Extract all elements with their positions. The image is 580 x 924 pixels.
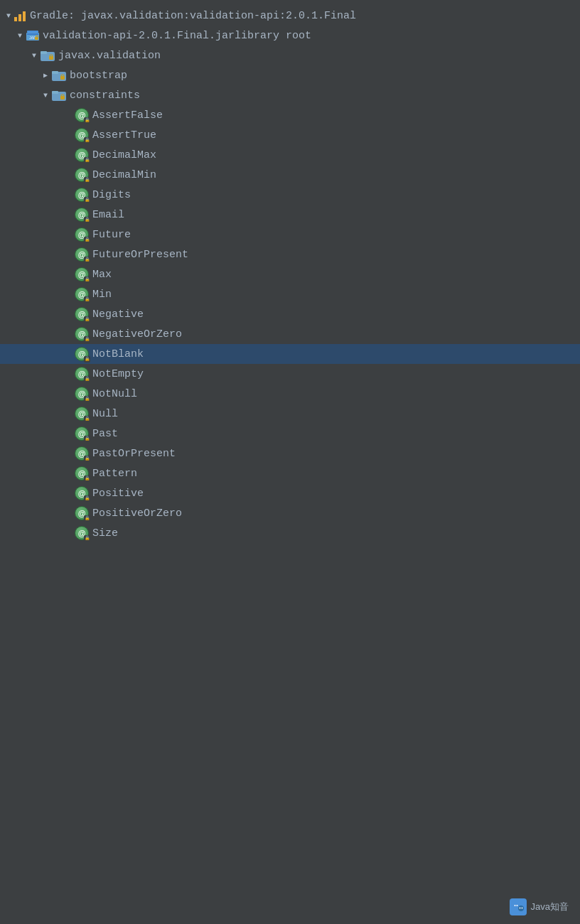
annotation-item-pattern[interactable]: @ Pattern [0, 463, 580, 483]
annotation-item-notblank[interactable]: @ NotBlank [0, 344, 580, 364]
annotation-label: Digits [92, 189, 131, 201]
watermark-logo [510, 898, 527, 915]
svg-point-17 [516, 905, 517, 906]
annotation-icon: @ [74, 247, 90, 262]
annotation-item-notnull[interactable]: @ NotNull [0, 384, 580, 404]
svg-rect-2 [27, 33, 38, 35]
annotation-item-past[interactable]: @ Past [0, 424, 580, 444]
annotation-icon: @ [74, 187, 90, 203]
annotations-list: @ AssertFalse @ AssertTrue @ [0, 105, 580, 543]
annotation-icon: @ [74, 466, 90, 481]
svg-point-19 [521, 908, 522, 909]
constraints-pkg-icon [51, 89, 67, 102]
annotation-icon: @ [74, 107, 90, 123]
annotation-icon: @ [74, 207, 90, 222]
svg-rect-9 [52, 71, 58, 74]
svg-rect-7 [49, 56, 53, 60]
annotation-label: Null [92, 408, 118, 420]
annotation-label: NotNull [92, 388, 137, 400]
annotation-label: Future [92, 229, 131, 241]
annotation-label: PositiveOrZero [92, 507, 182, 520]
gradle-root-label: Gradle: javax.validation:validation-api:… [30, 10, 356, 22]
annotation-item-assertfalse[interactable]: @ AssertFalse [0, 105, 580, 125]
javax-arrow[interactable] [28, 52, 40, 60]
gradle-icon [14, 10, 27, 21]
annotation-label: Min [92, 289, 112, 301]
file-tree: Gradle: javax.validation:validation-api:… [0, 0, 580, 549]
annotation-icon: @ [74, 267, 90, 282]
jar-icon: JAR [26, 29, 40, 42]
annotation-item-size[interactable]: @ Size [0, 523, 580, 543]
annotation-icon: @ [74, 525, 90, 541]
svg-point-15 [518, 906, 524, 911]
annotation-icon: @ [74, 446, 90, 461]
annotation-label: Negative [92, 308, 144, 321]
jar-arrow[interactable] [14, 32, 26, 40]
annotation-icon: @ [74, 346, 90, 362]
annotation-label: Max [92, 269, 112, 281]
package-icon [40, 49, 55, 62]
annotation-item-max[interactable]: @ Max [0, 264, 580, 284]
annotation-label: AssertTrue [92, 129, 156, 141]
annotation-label: AssertFalse [92, 109, 163, 122]
annotation-item-negativeorzero[interactable]: @ NegativeOrZero [0, 324, 580, 344]
annotation-icon: @ [74, 147, 90, 163]
annotation-label: NotBlank [92, 348, 144, 360]
annotation-icon: @ [74, 286, 90, 302]
bootstrap-arrow[interactable] [40, 71, 51, 80]
annotation-item-null[interactable]: @ Null [0, 404, 580, 424]
jar-label: validation-api-2.0.1.Final.jar [43, 30, 235, 42]
svg-rect-6 [41, 51, 47, 54]
annotation-label: DecimalMin [92, 169, 156, 181]
annotation-icon: @ [74, 227, 90, 242]
bootstrap-label: bootstrap [70, 70, 127, 82]
annotation-icon: @ [74, 406, 90, 421]
constraints-label: constraints [70, 90, 140, 102]
annotation-item-asserttrue[interactable]: @ AssertTrue [0, 125, 580, 145]
jar-sublabel: library root [235, 30, 311, 42]
annotation-item-decimalmin[interactable]: @ DecimalMin [0, 165, 580, 185]
annotation-label: PastOrPresent [92, 448, 176, 460]
constraints-item[interactable]: constraints [0, 85, 580, 105]
annotation-item-futureorpresent[interactable]: @ FutureOrPresent [0, 245, 580, 264]
annotation-label: Size [92, 527, 118, 539]
watermark: Java知音 [510, 898, 569, 915]
constraints-arrow[interactable] [40, 92, 51, 100]
annotation-label: Past [92, 428, 118, 440]
gradle-root-item[interactable]: Gradle: javax.validation:validation-api:… [0, 6, 580, 26]
javax-validation-label: javax.validation [58, 50, 161, 62]
javax-validation-item[interactable]: javax.validation [0, 45, 580, 65]
annotation-item-decimalmax[interactable]: @ DecimalMax [0, 145, 580, 165]
annotation-item-future[interactable]: @ Future [0, 225, 580, 245]
annotation-label: Pattern [92, 468, 137, 480]
annotation-label: DecimalMax [92, 149, 156, 161]
bootstrap-item[interactable]: bootstrap [0, 65, 580, 85]
root-arrow[interactable] [3, 12, 14, 20]
annotation-icon: @ [74, 167, 90, 183]
svg-rect-10 [60, 76, 65, 80]
annotation-item-negative[interactable]: @ Negative [0, 304, 580, 324]
annotation-item-positiveorzero[interactable]: @ PositiveOrZero [0, 503, 580, 523]
annotation-icon: @ [74, 366, 90, 382]
watermark-text: Java知音 [531, 901, 569, 913]
annotation-item-pastorpresent[interactable]: @ PastOrPresent [0, 444, 580, 463]
annotation-icon: @ [74, 386, 90, 402]
annotation-item-email[interactable]: @ Email [0, 205, 580, 225]
svg-rect-0 [27, 31, 38, 33]
svg-point-16 [514, 905, 515, 906]
annotation-icon: @ [74, 326, 90, 342]
annotation-item-positive[interactable]: @ Positive [0, 483, 580, 503]
svg-point-18 [519, 908, 520, 909]
svg-rect-13 [60, 96, 65, 100]
annotation-item-min[interactable]: @ Min [0, 284, 580, 304]
annotation-item-notempty[interactable]: @ NotEmpty [0, 364, 580, 384]
svg-rect-12 [52, 91, 58, 94]
svg-rect-4 [35, 37, 38, 40]
annotation-icon: @ [74, 426, 90, 441]
annotation-icon: @ [74, 306, 90, 322]
annotation-label: FutureOrPresent [92, 249, 188, 261]
bootstrap-pkg-icon [51, 69, 67, 82]
annotation-icon: @ [74, 127, 90, 143]
jar-item[interactable]: JAR validation-api-2.0.1.Final.jar libra… [0, 26, 580, 45]
annotation-item-digits[interactable]: @ Digits [0, 185, 580, 205]
